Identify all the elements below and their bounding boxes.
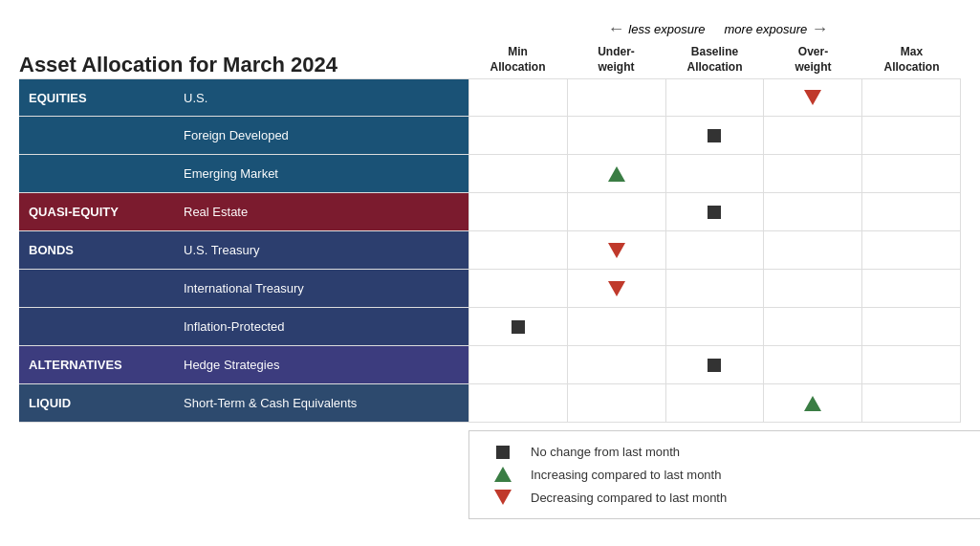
cell-min xyxy=(468,384,568,422)
left-row: Emerging Market xyxy=(19,155,468,193)
category-cell xyxy=(19,270,172,307)
cell-over xyxy=(764,384,862,422)
legend-symbol xyxy=(489,446,517,459)
category-cell: QUASI-EQUITY xyxy=(19,193,172,230)
cell-min xyxy=(468,270,568,307)
category-cell: LIQUID xyxy=(19,384,172,422)
cell-over xyxy=(764,117,862,154)
cell-under xyxy=(568,193,666,230)
cell-over xyxy=(764,231,862,269)
cell-min xyxy=(468,155,568,192)
cell-under xyxy=(568,79,666,116)
cell-max xyxy=(862,117,961,154)
cell-max xyxy=(862,79,961,116)
cell-over xyxy=(764,193,862,230)
cell-min xyxy=(468,79,568,116)
legend-item: Decreasing compared to last month xyxy=(489,490,979,505)
right-header-wrapper: ← less exposure more exposure → MinAlloc… xyxy=(468,19,961,78)
data-row xyxy=(468,78,961,117)
column-headers: MinAllocation Under-weight BaselineAlloc… xyxy=(468,41,961,78)
cell-baseline xyxy=(666,384,765,422)
category-cell xyxy=(19,117,172,154)
cell-baseline xyxy=(666,270,765,307)
category-cell xyxy=(19,308,172,345)
cell-max xyxy=(862,384,961,422)
exposure-less: ← less exposure xyxy=(472,19,715,39)
left-row: Foreign Developed xyxy=(19,117,468,155)
col-over: Over-weight xyxy=(764,41,862,78)
more-exposure-label: more exposure xyxy=(725,22,808,36)
cell-max xyxy=(862,193,961,230)
cell-min xyxy=(468,346,568,383)
legend-symbol xyxy=(489,490,517,505)
cell-min xyxy=(468,231,568,269)
cell-baseline xyxy=(666,155,765,192)
legend-text: Decreasing compared to last month xyxy=(531,491,727,505)
subcategory-cell: Hedge Strategies xyxy=(172,346,468,383)
col-under: Under-weight xyxy=(567,41,665,78)
category-cell: EQUITIES xyxy=(19,79,172,116)
data-row xyxy=(468,193,961,231)
subcategory-cell: Short-Term & Cash Equivalents xyxy=(172,384,468,422)
cell-under xyxy=(568,308,666,345)
cell-over xyxy=(764,270,862,307)
page-title: Asset Allocation for March 2024 xyxy=(19,52,468,79)
data-row xyxy=(468,346,961,384)
category-cell xyxy=(19,155,172,192)
right-section xyxy=(468,78,961,423)
cell-min xyxy=(468,117,568,154)
cell-under xyxy=(568,231,666,269)
cell-under xyxy=(568,384,666,422)
data-row xyxy=(468,384,961,423)
cell-under xyxy=(568,270,666,307)
right-arrow-icon: → xyxy=(811,19,828,39)
left-row: QUASI-EQUITYReal Estate xyxy=(19,193,468,231)
subcategory-cell: Emerging Market xyxy=(172,155,468,192)
cell-baseline xyxy=(666,193,765,230)
left-row: ALTERNATIVESHedge Strategies xyxy=(19,346,468,384)
data-row xyxy=(468,231,961,270)
legend-text: No change from last month xyxy=(531,445,680,459)
legend-item: No change from last month xyxy=(489,445,979,459)
col-max: MaxAllocation xyxy=(862,41,961,78)
left-arrow-icon: ← xyxy=(607,19,624,39)
legend-item: Increasing compared to last month xyxy=(489,467,979,482)
left-row: BONDSU.S. Treasury xyxy=(19,231,468,270)
subcategory-cell: International Treasury xyxy=(172,270,468,307)
cell-baseline xyxy=(666,79,765,116)
page-wrapper: Asset Allocation for March 2024 ← less e… xyxy=(19,19,961,519)
data-row xyxy=(468,155,961,193)
exposure-line: ← less exposure more exposure → xyxy=(468,19,961,39)
col-min: MinAllocation xyxy=(468,41,567,78)
cell-under xyxy=(568,155,666,192)
cell-baseline xyxy=(666,117,765,154)
subcategory-cell: Inflation-Protected xyxy=(172,308,468,345)
cell-over xyxy=(764,308,862,345)
left-row: Inflation-Protected xyxy=(19,308,468,346)
cell-max xyxy=(862,346,961,383)
data-row xyxy=(468,308,961,346)
legend-symbol xyxy=(489,467,517,482)
cell-min xyxy=(468,308,568,345)
main-table: EQUITIESU.S.Foreign DevelopedEmerging Ma… xyxy=(19,78,961,423)
cell-baseline xyxy=(666,231,765,269)
cell-under xyxy=(568,346,666,383)
less-exposure-label: less exposure xyxy=(628,22,705,36)
left-row: EQUITIESU.S. xyxy=(19,78,468,117)
data-row xyxy=(468,117,961,155)
cell-min xyxy=(468,193,568,230)
cell-max xyxy=(862,155,961,192)
subcategory-cell: Foreign Developed xyxy=(172,117,468,154)
legend: No change from last monthIncreasing comp… xyxy=(468,430,980,519)
exposure-more: more exposure → xyxy=(715,19,958,39)
cell-baseline xyxy=(666,308,765,345)
col-baseline: BaselineAllocation xyxy=(665,41,764,78)
cell-over xyxy=(764,155,862,192)
subcategory-cell: Real Estate xyxy=(172,193,468,230)
data-row xyxy=(468,270,961,308)
cell-max xyxy=(862,270,961,307)
title-block: Asset Allocation for March 2024 xyxy=(19,23,468,79)
left-section: EQUITIESU.S.Foreign DevelopedEmerging Ma… xyxy=(19,78,468,423)
cell-max xyxy=(862,231,961,269)
cell-max xyxy=(862,308,961,345)
